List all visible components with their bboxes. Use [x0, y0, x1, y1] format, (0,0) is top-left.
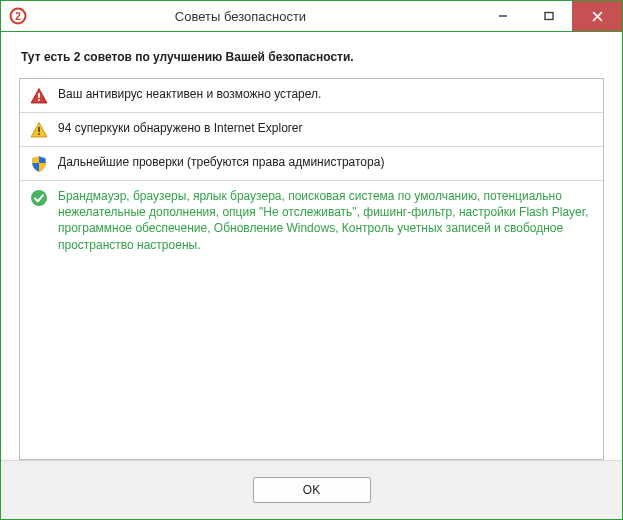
svg-rect-7 [38, 99, 40, 101]
svg-point-11 [31, 190, 47, 206]
maximize-button[interactable] [526, 1, 572, 31]
check-icon [30, 189, 48, 207]
tip-text: Ваш антивирус неактивен и возможно устар… [58, 86, 593, 102]
tips-list: Ваш антивирус неактивен и возможно устар… [19, 78, 604, 460]
footer-bar: OK [1, 460, 622, 519]
danger-icon [30, 87, 48, 105]
tip-text: 94 суперкуки обнаружено в Internet Explo… [58, 120, 593, 136]
tip-row-configured: Брандмауэр, браузеры, ярлык браузера, по… [20, 181, 603, 260]
svg-rect-9 [38, 127, 40, 132]
intro-text: Тут есть 2 советов по улучшению Вашей бе… [21, 50, 602, 64]
window-body: Тут есть 2 советов по улучшению Вашей бе… [1, 32, 622, 460]
ok-button[interactable]: OK [253, 477, 371, 503]
window-controls [480, 1, 622, 31]
window-title: Советы безопасности [1, 9, 480, 24]
ok-button-label: OK [303, 483, 320, 497]
minimize-button[interactable] [480, 1, 526, 31]
tip-row-antivirus[interactable]: Ваш антивирус неактивен и возможно устар… [20, 79, 603, 113]
svg-rect-10 [38, 133, 40, 135]
shield-icon [30, 155, 48, 173]
warning-icon [30, 121, 48, 139]
tip-row-admin-checks[interactable]: Дальнейшие проверки (требуются права адм… [20, 147, 603, 181]
tip-row-supercookies[interactable]: 94 суперкуки обнаружено в Internet Explo… [20, 113, 603, 147]
security-tips-window: 2 Советы безопасности Тут есть 2 советов… [0, 0, 623, 520]
svg-rect-6 [38, 93, 40, 98]
title-bar: 2 Советы безопасности [1, 1, 622, 32]
tip-text: Брандмауэр, браузеры, ярлык браузера, по… [58, 188, 593, 253]
tip-text: Дальнейшие проверки (требуются права адм… [58, 154, 593, 170]
close-button[interactable] [572, 1, 622, 31]
svg-rect-2 [545, 13, 553, 20]
